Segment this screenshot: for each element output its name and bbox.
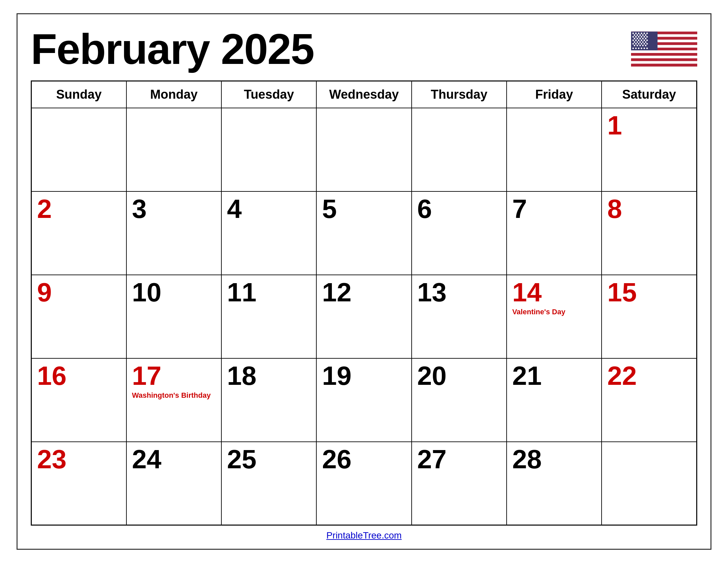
svg-point-63 <box>646 48 648 49</box>
day-number: 13 <box>417 279 501 306</box>
day-number: 12 <box>322 279 406 306</box>
svg-point-54 <box>637 45 638 46</box>
table-row: 22 <box>602 358 697 442</box>
header-wednesday: Wednesday <box>316 81 411 108</box>
day-number: 15 <box>607 279 691 306</box>
svg-point-41 <box>646 39 648 41</box>
day-number: 3 <box>132 196 216 222</box>
svg-point-18 <box>644 32 645 34</box>
svg-rect-10 <box>631 58 697 61</box>
svg-point-50 <box>641 43 642 45</box>
svg-point-21 <box>637 34 638 36</box>
day-number: 19 <box>322 363 406 389</box>
day-number: 1 <box>607 112 691 139</box>
svg-point-38 <box>638 39 640 41</box>
svg-point-35 <box>645 38 647 39</box>
table-row: 14Valentine's Day <box>507 275 602 358</box>
svg-point-28 <box>641 36 642 38</box>
svg-point-45 <box>642 41 644 43</box>
calendar-week-row: 2345678 <box>31 191 697 275</box>
table-row: 18 <box>221 358 316 442</box>
calendar-week-row: 1617Washington's Birthday1819202122 <box>31 358 697 442</box>
day-number: 6 <box>417 196 501 222</box>
day-number: 18 <box>227 363 311 389</box>
table-row <box>316 108 411 191</box>
table-row: 26 <box>316 442 411 525</box>
svg-point-40 <box>644 39 645 41</box>
day-number: 22 <box>607 363 691 389</box>
us-flag-icon <box>631 27 697 70</box>
day-number: 25 <box>227 446 311 473</box>
svg-point-29 <box>644 36 645 38</box>
table-row: 17Washington's Birthday <box>126 358 221 442</box>
header-sunday: Sunday <box>31 81 126 108</box>
table-row: 10 <box>126 275 221 358</box>
table-row: 1 <box>602 108 697 191</box>
day-number: 21 <box>512 363 596 389</box>
day-number: 28 <box>512 446 596 473</box>
table-row: 3 <box>126 191 221 275</box>
svg-point-16 <box>638 32 640 34</box>
day-number: 11 <box>227 279 311 306</box>
table-row: 19 <box>316 358 411 442</box>
svg-point-31 <box>634 38 635 39</box>
day-number: 4 <box>227 196 311 222</box>
svg-point-14 <box>632 32 634 34</box>
svg-point-20 <box>634 34 635 36</box>
svg-point-25 <box>632 36 634 38</box>
table-row: 27 <box>412 442 507 525</box>
calendar-page: February 2025 <box>17 13 711 550</box>
day-number: 16 <box>37 363 121 389</box>
table-row: 25 <box>221 442 316 525</box>
svg-point-53 <box>634 45 635 46</box>
svg-point-46 <box>645 41 647 43</box>
table-row: 20 <box>412 358 507 442</box>
svg-point-27 <box>638 36 640 38</box>
table-row <box>507 108 602 191</box>
svg-point-62 <box>644 48 645 49</box>
svg-rect-8 <box>631 53 697 56</box>
table-row: 28 <box>507 442 602 525</box>
day-number: 8 <box>607 196 691 222</box>
table-row: 9 <box>31 275 126 358</box>
svg-point-55 <box>639 45 641 46</box>
day-number: 26 <box>322 446 406 473</box>
day-number: 20 <box>417 363 501 389</box>
table-row <box>602 442 697 525</box>
svg-rect-12 <box>631 64 697 67</box>
svg-rect-11 <box>631 61 697 64</box>
svg-point-15 <box>635 32 637 34</box>
calendar-table: Sunday Monday Tuesday Wednesday Thursday… <box>31 80 697 526</box>
footer-link[interactable]: PrintableTree.com <box>326 530 402 540</box>
svg-point-47 <box>632 43 634 45</box>
footer: PrintableTree.com <box>31 526 697 542</box>
table-row: 24 <box>126 442 221 525</box>
svg-point-49 <box>638 43 640 45</box>
svg-point-36 <box>632 39 634 41</box>
table-row: 7 <box>507 191 602 275</box>
table-row <box>221 108 316 191</box>
svg-rect-9 <box>631 56 697 58</box>
table-row: 12 <box>316 275 411 358</box>
calendar-week-row: 232425262728 <box>31 442 697 525</box>
header-monday: Monday <box>126 81 221 108</box>
svg-point-52 <box>646 43 648 45</box>
table-row: 5 <box>316 191 411 275</box>
day-number: 2 <box>37 196 121 222</box>
svg-point-17 <box>641 32 642 34</box>
page-title: February 2025 <box>31 24 314 74</box>
table-row: 2 <box>31 191 126 275</box>
calendar-week-row: 91011121314Valentine's Day15 <box>31 275 697 358</box>
svg-point-57 <box>645 45 647 46</box>
svg-point-30 <box>646 36 648 38</box>
table-row: 21 <box>507 358 602 442</box>
svg-point-22 <box>639 34 641 36</box>
svg-point-60 <box>638 48 640 49</box>
weekday-header-row: Sunday Monday Tuesday Wednesday Thursday… <box>31 81 697 108</box>
holiday-label: Valentine's Day <box>512 308 596 316</box>
calendar-week-row: 1 <box>31 108 697 191</box>
table-row: 16 <box>31 358 126 442</box>
svg-point-19 <box>646 32 648 34</box>
table-row: 8 <box>602 191 697 275</box>
day-number: 24 <box>132 446 216 473</box>
